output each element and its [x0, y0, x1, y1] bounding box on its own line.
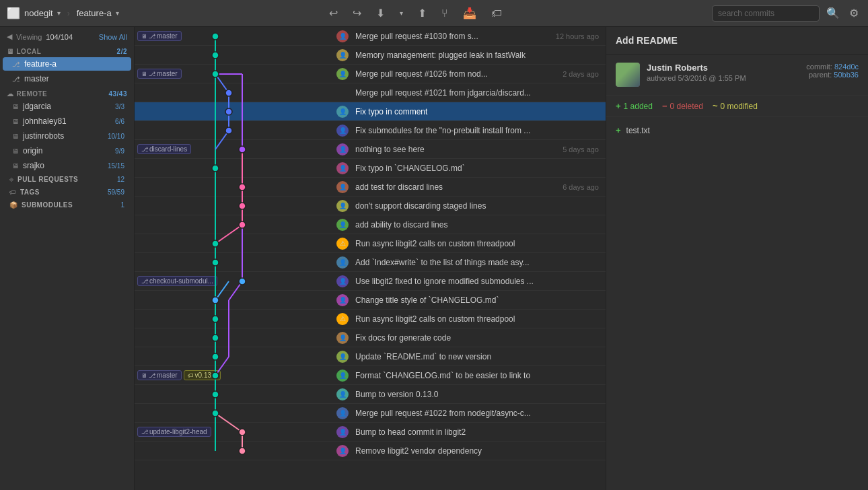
commit-message: Fix docs for generate code	[351, 333, 545, 343]
commit-row[interactable]: ⎇ discard-lines👤nothing to see here5 day…	[135, 140, 606, 159]
commit-message: Merge pull request #1021 from jdgarcia/d…	[351, 88, 545, 98]
remote-count: 43/43	[108, 90, 127, 98]
main-content: ◀ Viewing 104/104 Show All 🖥 LOCAL 2/2 ⎇…	[0, 27, 868, 490]
commit-time: 6 days ago	[545, 183, 606, 191]
sidebar-label-justinrobots: justinrobots	[23, 131, 104, 141]
sidebar-label-origin: origin	[23, 146, 111, 155]
sidebar-item-feature-a[interactable]: ⎇ feature-a	[3, 57, 131, 71]
parent-label: parent:	[809, 71, 832, 79]
commit-message: Remove libgit2 vendor dependency	[351, 446, 545, 456]
file-list: + test.txt	[606, 117, 868, 143]
commit-row[interactable]: 👤Fix typo in comment	[135, 102, 606, 121]
commit-avatar: 👤	[336, 143, 349, 155]
branch-label-area	[135, 328, 269, 347]
commit-row[interactable]: 👤Remove libgit2 vendor dependency	[135, 442, 606, 460]
commit-row[interactable]: 👤don't support discarding staged lines	[135, 197, 606, 215]
branch-label-area: 🖥⎇ master	[135, 27, 269, 46]
pr-icon: ⎆	[9, 176, 13, 183]
graph-spacer	[269, 27, 336, 46]
branch-name[interactable]: feature-a	[77, 8, 112, 18]
graph-spacer	[269, 178, 336, 197]
commit-row[interactable]: 👤add test for discard lines6 days ago	[135, 178, 606, 197]
commit-row[interactable]: 👤add ability to discard lines	[135, 215, 606, 234]
tag-button[interactable]: 🏷	[489, 5, 505, 22]
commit-row[interactable]: 🖥⎇ master👤Merge pull request #1026 from …	[135, 65, 606, 83]
redo-button[interactable]: ↪	[350, 4, 364, 22]
commit-avatar: ⚠	[336, 238, 349, 250]
commit-row[interactable]: 🖥⎇ master👤Merge pull request #1030 from …	[135, 27, 606, 46]
dropdown-button[interactable]: ▾	[397, 7, 406, 20]
commit-row[interactable]: 🖥⎇ master🏷 v0.13.0👤Format `CHANGELOG.md`…	[135, 366, 606, 385]
branch-dropdown-arrow[interactable]: ▾	[116, 9, 119, 17]
graph-spacer	[269, 215, 336, 234]
commit-row[interactable]: ⚠Run async libgit2 calls on custom threa…	[135, 234, 606, 253]
stat-added: + 1 added	[616, 101, 653, 111]
branch-tag: 🖥⎇ master	[137, 69, 182, 79]
commit-row[interactable]: 👤Fix docs for generate code	[135, 328, 606, 347]
commit-row[interactable]: Merge pull request #1021 from jdgarcia/d…	[135, 83, 606, 102]
search-button[interactable]: 🔍	[824, 4, 842, 22]
parent-hash: 50bb36	[834, 71, 859, 79]
sidebar-item-johnhaley81[interactable]: 🖥 johnhaley81 6/6	[3, 114, 131, 128]
sidebar-item-jdgarcia[interactable]: 🖥 jdgarcia 3/3	[3, 100, 131, 113]
commit-row[interactable]: 👤Merge pull request #1022 from nodegit/a…	[135, 404, 606, 423]
sidebar-item-label-master: master	[24, 74, 124, 83]
branch-tag: ⎇ discard-lines	[137, 144, 191, 154]
commit-hash: 824d0c	[834, 63, 859, 71]
download-button[interactable]: ⬇	[373, 4, 388, 22]
repo-dropdown-arrow[interactable]: ▾	[57, 9, 61, 17]
show-all-link[interactable]: Show All	[99, 33, 127, 41]
commits-container[interactable]: 🖥⎇ master👤Merge pull request #1030 from …	[135, 27, 606, 460]
sidebar-label-johnhaley: johnhaley81	[23, 116, 111, 126]
sidebar-item-master[interactable]: ⎇ master	[3, 72, 131, 85]
commit-message: Use libgit2 fixed to ignore modified sub…	[351, 277, 545, 286]
sidebar-label-srajko: srajko	[23, 161, 104, 170]
sidebar-item-pull-requests[interactable]: ⎆ PULL REQUESTS 12	[3, 174, 131, 185]
commit-row[interactable]: 👤Fix typo in `CHANGELOG.md`	[135, 159, 606, 178]
branch-label-area	[135, 234, 269, 253]
commit-row[interactable]: 👤Fix submodules for the "no-prebuilt ins…	[135, 121, 606, 140]
file-item-test-txt[interactable]: + test.txt	[606, 123, 868, 138]
commit-row[interactable]: 👤Bump to version 0.13.0	[135, 385, 606, 404]
sidebar-item-justinrobots[interactable]: 🖥 justinrobots 10/10	[3, 129, 131, 143]
upload-button[interactable]: ⬆	[415, 4, 429, 22]
commit-row[interactable]: 👤Memory management: plugged leak in fast…	[135, 46, 606, 65]
branch-button[interactable]: ⑂	[439, 5, 451, 22]
sidebar-item-srajko[interactable]: 🖥 srajko 15/15	[3, 159, 131, 172]
tags-count: 59/59	[108, 188, 124, 196]
commit-avatar: 👤	[336, 30, 349, 42]
branch-label-area	[135, 291, 269, 310]
branch-label-area	[135, 385, 269, 404]
branch-label-area	[135, 215, 269, 234]
topbar-left: ⬜ nodegit ▾ › feature-a ▾	[7, 7, 119, 20]
branch-tag: ⎇ update-libgit2-head	[137, 427, 211, 437]
commit-row[interactable]: 👤Add `Index#write` to the list of things…	[135, 253, 606, 272]
branch-tag: 🏷 v0.13.0	[184, 370, 221, 380]
sidebar-item-submodules[interactable]: 📦 SUBMODULES 1	[3, 199, 131, 211]
search-input[interactable]	[712, 5, 820, 22]
commit-message: Format `CHANGELOG.md` to be easier to li…	[351, 371, 545, 380]
stash-button[interactable]: 📥	[460, 4, 479, 22]
added-icon: +	[616, 101, 621, 111]
settings-button[interactable]: ⚙	[846, 4, 861, 22]
sidebar-item-tags[interactable]: 🏷 TAGS 59/59	[3, 186, 131, 198]
commit-avatar: 👤	[336, 106, 349, 118]
commit-avatar: 👤	[336, 181, 349, 193]
added-count: 1 added	[624, 102, 653, 111]
modified-count: 0 modified	[721, 102, 758, 111]
graph-area[interactable]: 🖥⎇ master👤Merge pull request #1030 from …	[135, 27, 606, 490]
graph-spacer	[269, 140, 336, 159]
sidebar-item-origin[interactable]: 🖥 origin 9/9	[3, 144, 131, 158]
sub-icon: 📦	[9, 201, 17, 209]
branch-tag: ⎇ checkout-submodul...	[137, 276, 217, 286]
remote-icon-origin: 🖥	[12, 147, 19, 155]
commit-row[interactable]: ⚠Run async libgit2 calls on custom threa…	[135, 310, 606, 328]
commit-row[interactable]: ⎇ checkout-submodul...👤Use libgit2 fixed…	[135, 272, 606, 291]
repo-name[interactable]: nodegit	[24, 8, 53, 18]
commit-time: 5 days ago	[545, 145, 606, 153]
undo-button[interactable]: ↩	[326, 4, 340, 22]
commit-row[interactable]: 👤Update `README.md` to new version	[135, 347, 606, 366]
commit-row[interactable]: ⎇ update-libgit2-head👤Bump to head commi…	[135, 423, 606, 442]
back-icon[interactable]: ◀	[7, 32, 12, 41]
commit-row[interactable]: 👤Change title style of `CHANGELOG.md`	[135, 291, 606, 310]
